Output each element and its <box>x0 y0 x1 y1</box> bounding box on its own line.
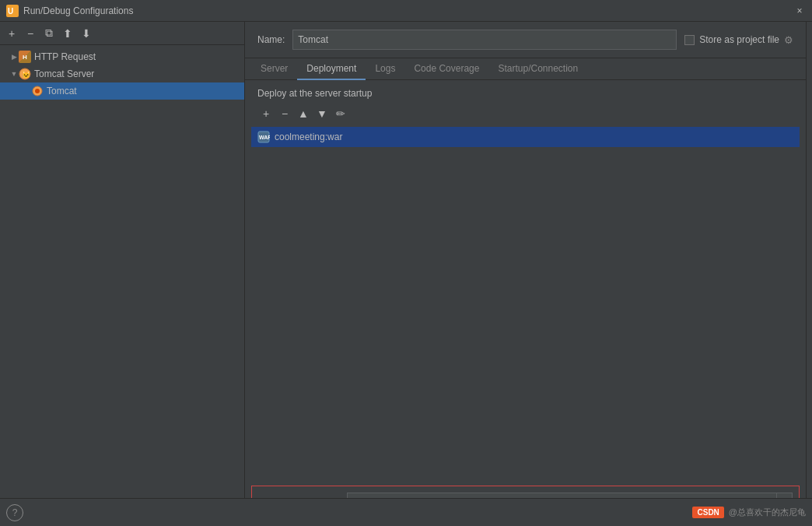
add-config-button[interactable]: + <box>3 25 20 42</box>
csdn-badge: CSDN <box>692 507 723 518</box>
section-title: Deploy at the server startup <box>245 80 806 103</box>
main-right: Name: Store as project file ⚙ Server Dep… <box>245 22 812 526</box>
store-checkbox-area: Store as project file ⚙ <box>684 34 793 46</box>
tree-label-http-request: HTTP Request <box>34 51 96 62</box>
svg-text:WAR: WAR <box>259 135 270 140</box>
main-layout: + − ⧉ ⬆ ⬇ ▶ H HTTP Request ▼ <box>0 22 812 526</box>
tab-logs[interactable]: Logs <box>366 58 404 80</box>
movedown-config-button[interactable]: ⬇ <box>78 25 95 42</box>
arrow-http-request: ▶ <box>9 52 19 61</box>
deploy-list: WAR coolmeeting:war <box>251 127 800 147</box>
name-label: Name: <box>257 34 285 45</box>
remove-config-button[interactable]: − <box>22 25 39 42</box>
deploy-up-button[interactable]: ▲ <box>295 105 312 122</box>
tab-code-coverage[interactable]: Code Coverage <box>404 58 488 80</box>
close-button[interactable]: × <box>793 5 806 17</box>
config-tree: ▶ H HTTP Request ▼ 🐱 Tomcat Server <box>0 45 244 502</box>
name-row: Name: Store as project file ⚙ <box>245 22 806 58</box>
svg-point-5 <box>35 89 40 93</box>
tabs-bar: Server Deployment Logs Code Coverage Sta… <box>245 58 806 80</box>
http-request-icon: H <box>19 51 31 63</box>
tab-deployment[interactable]: Deployment <box>297 58 366 80</box>
moveup-config-button[interactable]: ⬆ <box>59 25 76 42</box>
content-area: Deploy at the server startup + − ▲ ▼ ✏ <box>245 80 806 526</box>
tab-startup-connection[interactable]: Startup/Connection <box>488 58 587 80</box>
right-scrollbar[interactable] <box>806 22 812 526</box>
svg-text:🐱: 🐱 <box>22 70 31 79</box>
store-label: Store as project file <box>699 34 779 45</box>
arrow-tomcat-server: ▼ <box>9 69 19 79</box>
deploy-item-label: coolmeeting:war <box>275 132 342 142</box>
store-checkbox[interactable] <box>684 35 695 45</box>
app-icon: U <box>6 5 19 17</box>
title-bar: U Run/Debug Configurations × <box>0 0 812 22</box>
deploy-item-coolmeeting[interactable]: WAR coolmeeting:war <box>251 127 800 147</box>
tree-item-http-request[interactable]: ▶ H HTTP Request <box>0 48 244 65</box>
war-icon: WAR <box>257 131 270 143</box>
name-input[interactable] <box>292 30 677 50</box>
footer: ? CSDN @总喜欢干的杰尼龟 <box>0 498 812 526</box>
svg-text:U: U <box>8 7 13 16</box>
tree-label-tomcat-server: Tomcat Server <box>34 68 94 79</box>
deploy-add-button[interactable]: + <box>257 105 275 122</box>
tree-label-tomcat: Tomcat <box>47 86 77 96</box>
deploy-remove-button[interactable]: − <box>276 105 293 122</box>
deploy-down-button[interactable]: ▼ <box>313 105 331 122</box>
tree-item-tomcat[interactable]: Tomcat <box>0 82 244 100</box>
help-button[interactable]: ? <box>6 504 23 521</box>
deploy-section: Deploy at the server startup + − ▲ ▼ ✏ <box>245 80 806 479</box>
tomcat-icon <box>31 85 44 97</box>
gear-icon[interactable]: ⚙ <box>784 34 793 46</box>
deploy-edit-button[interactable]: ✏ <box>332 105 349 122</box>
footer-right: CSDN @总喜欢干的杰尼龟 <box>692 507 806 518</box>
left-toolbar: + − ⧉ ⬆ ⬇ <box>0 22 244 45</box>
tree-item-tomcat-server[interactable]: ▼ 🐱 Tomcat Server <box>0 65 244 82</box>
copy-config-button[interactable]: ⧉ <box>40 25 58 42</box>
watermark: @总喜欢干的杰尼龟 <box>729 507 806 518</box>
right-panel: Name: Store as project file ⚙ Server Dep… <box>245 22 806 526</box>
arrow-tomcat <box>22 86 31 96</box>
left-panel: + − ⧉ ⬆ ⬇ ▶ H HTTP Request ▼ <box>0 22 245 526</box>
title-bar-controls: × <box>793 5 806 17</box>
title-bar-text: Run/Debug Configurations <box>23 5 793 16</box>
deploy-toolbar: + − ▲ ▼ ✏ <box>251 103 800 124</box>
tab-server[interactable]: Server <box>251 58 297 80</box>
tomcat-server-icon: 🐱 <box>19 68 31 80</box>
